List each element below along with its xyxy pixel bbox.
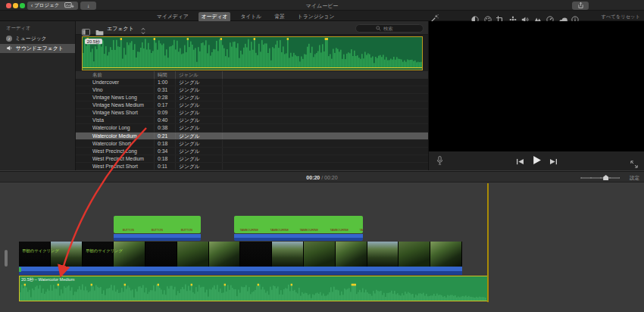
- download-arrow-icon: ↓: [87, 3, 89, 8]
- cell-genre: ジングル: [176, 79, 223, 86]
- tab-transitions[interactable]: トランジション: [295, 12, 338, 22]
- selected-audio-clip[interactable]: 20.5秒 – Watercolor Medium: [19, 276, 489, 301]
- column-header-2[interactable]: ジャンル: [176, 71, 223, 79]
- table-row[interactable]: Watercolor Long0:38ジングル: [76, 124, 428, 132]
- import-button[interactable]: ↓: [80, 2, 96, 10]
- cell-name: Vintage News Medium: [76, 101, 155, 108]
- noise-reduction-icon[interactable]: [534, 13, 542, 20]
- cell-name: Vintage News Short: [76, 109, 155, 116]
- sfx-clip[interactable]: TAMBOURINETAMBOURINETAMBOURINETAMBOURINE…: [234, 216, 363, 233]
- table-row[interactable]: Vintage News Short0:09ジングル: [76, 109, 428, 117]
- video-audio-track[interactable]: [19, 267, 462, 275]
- chevron-left-icon: ‹: [31, 3, 33, 8]
- table-row[interactable]: Watercolor Short0:18ジングル: [76, 140, 428, 148]
- search-field[interactable]: [355, 24, 424, 33]
- cell-duration: 0:17: [155, 101, 176, 108]
- cell-genre: ジングル: [176, 117, 223, 123]
- background-noise-icon[interactable]: [559, 13, 567, 20]
- info-icon[interactable]: [571, 13, 579, 20]
- sidebar-item-sound-effects[interactable]: サウンドエフェクト: [0, 44, 75, 53]
- source-selector[interactable]: エフェクト: [107, 25, 134, 33]
- sound-effects-browser: エフェクト 20.5秒 名前時間ジャンル Undercover1:00ジングルV…: [76, 21, 428, 170]
- playhead[interactable]: [487, 183, 489, 302]
- sidebar-items: ♪ミュージックサウンドエフェクト: [0, 34, 75, 54]
- sfx-clip-label: TAMBOURINE: [270, 229, 289, 232]
- audio-clip-label: 20.5秒 – Watercolor Medium: [21, 277, 74, 283]
- table-row[interactable]: West Precinct Short0:11ジングル: [76, 163, 428, 170]
- table-row[interactable]: Vino0:31ジングル: [76, 86, 428, 94]
- sidebar-item-music[interactable]: ♪ミュージック: [0, 34, 75, 43]
- audio-preview-waveform[interactable]: 20.5秒: [82, 36, 423, 70]
- speed-icon[interactable]: [546, 13, 554, 20]
- table-row[interactable]: West Precinct Medium0:18ジングル: [76, 155, 428, 163]
- cell-duration: 0:09: [155, 109, 176, 116]
- media-browser-icon: [64, 2, 74, 9]
- table-row[interactable]: Watercolor Medium0:21ジングル: [76, 133, 428, 140]
- cell-genre: ジングル: [176, 163, 223, 170]
- cell-genre: ジングル: [176, 133, 223, 139]
- table-row[interactable]: West Precinct Long0:34ジングル: [76, 148, 428, 155]
- video-thumbnail: [336, 242, 367, 267]
- video-clip-filmstrip[interactable]: 早朝のサイクリング 早朝のサイクリング: [19, 242, 462, 267]
- cell-genre: ジングル: [176, 109, 223, 116]
- table-row[interactable]: Undercover1:00ジングル: [76, 79, 428, 86]
- sfx-clip-label: BUTTON: [152, 229, 163, 232]
- share-icon: [577, 2, 584, 9]
- cell-spacer: [223, 94, 428, 101]
- color-correction-icon[interactable]: [484, 13, 492, 20]
- skip-back-button[interactable]: [516, 154, 524, 168]
- timeline-left-handle[interactable]: [5, 250, 8, 267]
- table-row[interactable]: Vintage News Medium0:17ジングル: [76, 101, 428, 109]
- zoom-window-button[interactable]: [20, 3, 25, 8]
- volume-icon[interactable]: [521, 13, 529, 20]
- tab-my-media[interactable]: マイメディア: [154, 12, 192, 22]
- timeline-zoom-slider[interactable]: [580, 177, 620, 179]
- sfx-clip-label: TAMBOURINE: [330, 229, 349, 232]
- media-browser-button[interactable]: [60, 2, 78, 10]
- browser-header: エフェクト: [76, 21, 428, 35]
- cell-name: West Precinct Long: [76, 148, 155, 154]
- cell-genre: ジングル: [176, 94, 223, 101]
- cell-duration: 0:21: [155, 133, 176, 139]
- duration-badge: 20.5秒: [85, 39, 102, 44]
- search-icon: [376, 26, 381, 31]
- sidebar-item-label: ミュージック: [15, 35, 47, 42]
- search-input[interactable]: [383, 26, 403, 31]
- tab-backgrounds[interactable]: 背景: [271, 12, 288, 22]
- sidebar-item-label: サウンドエフェクト: [16, 45, 64, 52]
- table-row[interactable]: Vista0:40ジングル: [76, 117, 428, 124]
- clip-waveform-graphic: [20, 283, 486, 301]
- viewer-adjustment-toolbar: [471, 13, 579, 20]
- stabilization-icon[interactable]: [509, 13, 517, 20]
- sfx-clip-label: TAMBOURINE: [360, 229, 363, 232]
- crop-icon[interactable]: [496, 13, 504, 20]
- table-row[interactable]: Vintage News Long0:28ジングル: [76, 94, 428, 101]
- video-thumbnail: [367, 242, 399, 267]
- waveform-graphic: [83, 37, 422, 67]
- fullscreen-icon[interactable]: [630, 158, 638, 171]
- sfx-clip[interactable]: BUTTONBUTTONBUTTON: [114, 216, 201, 233]
- timecode-display: 00:20 / 00:20: [0, 175, 644, 180]
- minimize-window-button[interactable]: [13, 3, 18, 8]
- tab-titles[interactable]: タイトル: [237, 12, 264, 22]
- tab-audio[interactable]: オーディオ: [199, 12, 231, 22]
- color-balance-icon[interactable]: [471, 13, 479, 20]
- sfx-clip-labels: TAMBOURINETAMBOURINETAMBOURINETAMBOURINE…: [234, 228, 363, 232]
- share-button[interactable]: [572, 2, 589, 10]
- video-thumbnail: [430, 242, 462, 267]
- timeline: BUTTONBUTTONBUTTONTAMBOURINETAMBOURINETA…: [0, 183, 644, 312]
- sfx-clip-label: BUTTON: [123, 229, 134, 232]
- cell-duration: 0:28: [155, 94, 176, 101]
- titlebar: マイムービー ‹ プロジェクト ↓: [0, 0, 644, 11]
- close-window-button[interactable]: [6, 3, 11, 8]
- column-header-1[interactable]: 時間: [155, 71, 176, 79]
- sfx-clip-label: TAMBOURINE: [300, 229, 319, 232]
- reset-all-button[interactable]: すべてをリセット: [601, 14, 640, 20]
- cell-spacer: [223, 140, 428, 147]
- playback-controls: [429, 151, 644, 170]
- skip-forward-button[interactable]: [549, 154, 558, 168]
- sfx-clip-label: BUTTON: [180, 229, 192, 232]
- settings-button[interactable]: 設定: [630, 175, 639, 182]
- play-button[interactable]: [532, 154, 542, 168]
- column-header-0[interactable]: 名前: [76, 71, 155, 79]
